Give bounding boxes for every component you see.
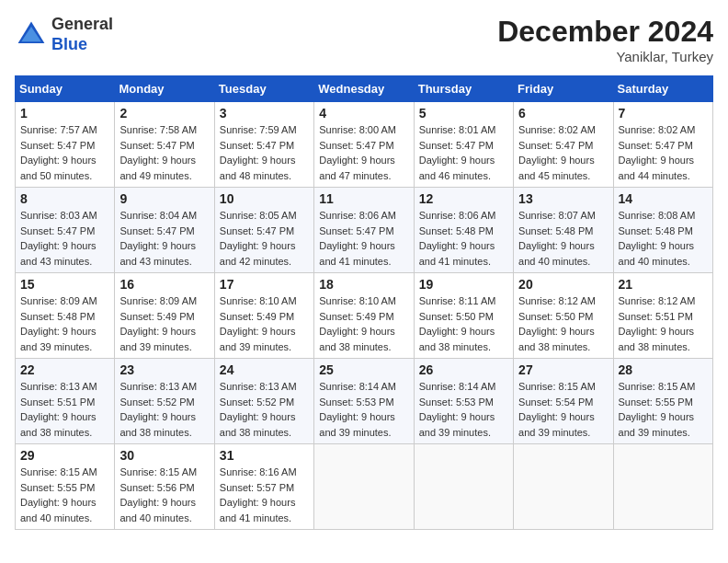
day-detail: Sunrise: 8:05 AMSunset: 5:47 PMDaylight:… <box>220 210 297 267</box>
calendar-cell: 15Sunrise: 8:09 AMSunset: 5:48 PMDayligh… <box>16 273 115 359</box>
day-detail: Sunrise: 8:12 AMSunset: 5:50 PMDaylight:… <box>518 295 596 352</box>
calendar-cell: 16Sunrise: 8:09 AMSunset: 5:49 PMDayligh… <box>115 273 214 359</box>
calendar-cell <box>514 444 613 530</box>
calendar-cell: 13Sunrise: 8:07 AMSunset: 5:48 PMDayligh… <box>514 188 613 273</box>
weekday-header-thursday: Thursday <box>414 76 513 102</box>
title-block: December 2024 Yaniklar, Turkey <box>497 15 713 64</box>
calendar-cell: 14Sunrise: 8:08 AMSunset: 5:48 PMDayligh… <box>613 188 712 273</box>
day-number: 7 <box>619 106 708 121</box>
calendar-cell: 23Sunrise: 8:13 AMSunset: 5:52 PMDayligh… <box>115 359 214 444</box>
day-detail: Sunrise: 8:08 AMSunset: 5:48 PMDaylight:… <box>619 210 696 267</box>
calendar-cell: 7Sunrise: 8:02 AMSunset: 5:47 PMDaylight… <box>613 102 712 188</box>
day-number: 20 <box>518 277 608 292</box>
day-number: 23 <box>119 362 209 377</box>
day-detail: Sunrise: 8:14 AMSunset: 5:53 PMDaylight:… <box>319 381 396 438</box>
weekday-header-friday: Friday <box>514 76 613 102</box>
location: Yaniklar, Turkey <box>497 49 713 64</box>
calendar-cell: 29Sunrise: 8:15 AMSunset: 5:55 PMDayligh… <box>16 444 115 530</box>
day-detail: Sunrise: 8:15 AMSunset: 5:54 PMDaylight:… <box>518 381 596 438</box>
calendar-cell: 11Sunrise: 8:06 AMSunset: 5:47 PMDayligh… <box>314 188 414 273</box>
day-number: 19 <box>419 277 508 292</box>
day-number: 26 <box>419 362 508 377</box>
day-detail: Sunrise: 7:59 AMSunset: 5:47 PMDaylight:… <box>220 124 297 181</box>
calendar-cell: 5Sunrise: 8:01 AMSunset: 5:47 PMDaylight… <box>414 102 513 188</box>
calendar-cell <box>314 444 414 530</box>
calendar-cell: 12Sunrise: 8:06 AMSunset: 5:48 PMDayligh… <box>414 188 513 273</box>
calendar-cell: 17Sunrise: 8:10 AMSunset: 5:49 PMDayligh… <box>214 273 313 359</box>
day-detail: Sunrise: 8:13 AMSunset: 5:52 PMDaylight:… <box>220 381 297 438</box>
month-title: December 2024 <box>497 15 713 49</box>
day-detail: Sunrise: 8:10 AMSunset: 5:49 PMDaylight:… <box>319 295 396 352</box>
day-number: 5 <box>419 106 508 121</box>
calendar-week-2: 8Sunrise: 8:03 AMSunset: 5:47 PMDaylight… <box>16 188 713 273</box>
calendar-body: 1Sunrise: 7:57 AMSunset: 5:47 PMDaylight… <box>16 102 713 530</box>
logo-general: General <box>51 15 113 33</box>
day-detail: Sunrise: 8:15 AMSunset: 5:56 PMDaylight:… <box>119 466 197 523</box>
day-number: 18 <box>319 277 408 292</box>
day-number: 25 <box>319 362 408 377</box>
day-detail: Sunrise: 8:02 AMSunset: 5:47 PMDaylight:… <box>619 124 696 181</box>
day-number: 24 <box>220 362 309 377</box>
logo-text: General Blue <box>51 15 113 54</box>
day-detail: Sunrise: 8:12 AMSunset: 5:51 PMDaylight:… <box>619 295 696 352</box>
day-number: 1 <box>20 106 109 121</box>
calendar-cell <box>613 444 712 530</box>
calendar-cell: 19Sunrise: 8:11 AMSunset: 5:50 PMDayligh… <box>414 273 513 359</box>
weekday-header-monday: Monday <box>115 76 214 102</box>
calendar-header: SundayMondayTuesdayWednesdayThursdayFrid… <box>16 76 713 102</box>
calendar-cell: 10Sunrise: 8:05 AMSunset: 5:47 PMDayligh… <box>214 188 313 273</box>
calendar-cell <box>414 444 513 530</box>
weekday-header-saturday: Saturday <box>613 76 712 102</box>
day-number: 17 <box>220 277 309 292</box>
day-detail: Sunrise: 8:06 AMSunset: 5:48 PMDaylight:… <box>419 210 496 267</box>
day-detail: Sunrise: 8:00 AMSunset: 5:47 PMDaylight:… <box>319 124 396 181</box>
calendar-cell: 20Sunrise: 8:12 AMSunset: 5:50 PMDayligh… <box>514 273 613 359</box>
logo-blue: Blue <box>51 35 87 53</box>
day-detail: Sunrise: 8:03 AMSunset: 5:47 PMDaylight:… <box>20 210 97 267</box>
calendar-cell: 24Sunrise: 8:13 AMSunset: 5:52 PMDayligh… <box>214 359 313 444</box>
calendar-cell: 3Sunrise: 7:59 AMSunset: 5:47 PMDaylight… <box>214 102 313 188</box>
weekday-header-row: SundayMondayTuesdayWednesdayThursdayFrid… <box>16 76 713 102</box>
day-number: 12 <box>419 191 508 206</box>
day-detail: Sunrise: 8:04 AMSunset: 5:47 PMDaylight:… <box>119 210 197 267</box>
logo-icon <box>15 18 48 52</box>
calendar-week-5: 29Sunrise: 8:15 AMSunset: 5:55 PMDayligh… <box>16 444 713 530</box>
day-number: 13 <box>518 191 608 206</box>
day-detail: Sunrise: 8:13 AMSunset: 5:52 PMDaylight:… <box>119 381 197 438</box>
day-detail: Sunrise: 8:10 AMSunset: 5:49 PMDaylight:… <box>220 295 297 352</box>
day-number: 11 <box>319 191 408 206</box>
day-detail: Sunrise: 8:01 AMSunset: 5:47 PMDaylight:… <box>419 124 496 181</box>
day-detail: Sunrise: 8:09 AMSunset: 5:49 PMDaylight:… <box>119 295 197 352</box>
calendar-cell: 2Sunrise: 7:58 AMSunset: 5:47 PMDaylight… <box>115 102 214 188</box>
day-number: 28 <box>619 362 708 377</box>
day-detail: Sunrise: 8:06 AMSunset: 5:47 PMDaylight:… <box>319 210 396 267</box>
calendar-week-1: 1Sunrise: 7:57 AMSunset: 5:47 PMDaylight… <box>16 102 713 188</box>
day-detail: Sunrise: 8:14 AMSunset: 5:53 PMDaylight:… <box>419 381 496 438</box>
calendar-week-4: 22Sunrise: 8:13 AMSunset: 5:51 PMDayligh… <box>16 359 713 444</box>
day-number: 6 <box>518 106 608 121</box>
calendar-cell: 1Sunrise: 7:57 AMSunset: 5:47 PMDaylight… <box>16 102 115 188</box>
calendar-cell: 26Sunrise: 8:14 AMSunset: 5:53 PMDayligh… <box>414 359 513 444</box>
day-number: 4 <box>319 106 408 121</box>
day-number: 22 <box>20 362 109 377</box>
calendar-cell: 31Sunrise: 8:16 AMSunset: 5:57 PMDayligh… <box>214 444 313 530</box>
calendar-cell: 4Sunrise: 8:00 AMSunset: 5:47 PMDaylight… <box>314 102 414 188</box>
day-number: 16 <box>119 277 209 292</box>
weekday-header-wednesday: Wednesday <box>314 76 414 102</box>
calendar-cell: 18Sunrise: 8:10 AMSunset: 5:49 PMDayligh… <box>314 273 414 359</box>
day-detail: Sunrise: 8:02 AMSunset: 5:47 PMDaylight:… <box>518 124 596 181</box>
weekday-header-sunday: Sunday <box>16 76 115 102</box>
day-number: 10 <box>220 191 309 206</box>
calendar-cell: 6Sunrise: 8:02 AMSunset: 5:47 PMDaylight… <box>514 102 613 188</box>
day-number: 15 <box>20 277 109 292</box>
calendar-table: SundayMondayTuesdayWednesdayThursdayFrid… <box>15 75 713 530</box>
day-number: 8 <box>20 191 109 206</box>
day-detail: Sunrise: 7:58 AMSunset: 5:47 PMDaylight:… <box>119 124 197 181</box>
day-detail: Sunrise: 7:57 AMSunset: 5:47 PMDaylight:… <box>20 124 97 181</box>
logo: General Blue <box>15 15 113 54</box>
day-detail: Sunrise: 8:11 AMSunset: 5:50 PMDaylight:… <box>419 295 496 352</box>
calendar-cell: 21Sunrise: 8:12 AMSunset: 5:51 PMDayligh… <box>613 273 712 359</box>
calendar-cell: 30Sunrise: 8:15 AMSunset: 5:56 PMDayligh… <box>115 444 214 530</box>
day-detail: Sunrise: 8:15 AMSunset: 5:55 PMDaylight:… <box>20 466 97 523</box>
day-detail: Sunrise: 8:13 AMSunset: 5:51 PMDaylight:… <box>20 381 97 438</box>
